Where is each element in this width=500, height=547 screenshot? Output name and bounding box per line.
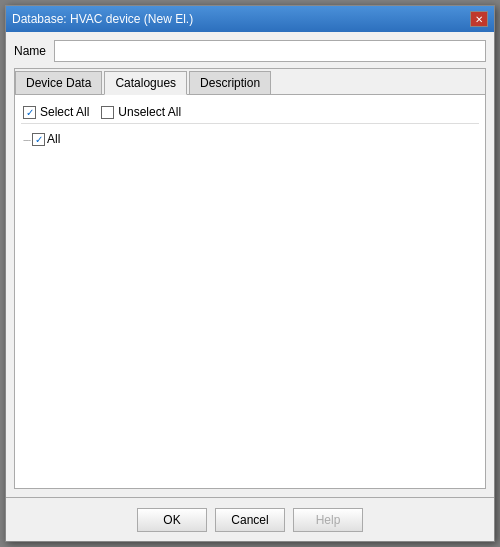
- select-controls: Select All Unselect All: [21, 101, 479, 124]
- ok-button[interactable]: OK: [137, 508, 207, 532]
- unselect-all-checkbox[interactable]: [101, 106, 114, 119]
- name-input[interactable]: [54, 40, 486, 62]
- select-all-checkbox[interactable]: [23, 106, 36, 119]
- tab-description[interactable]: Description: [189, 71, 271, 94]
- title-bar-controls: ✕: [470, 11, 488, 27]
- tree-item-all: --- All: [23, 130, 477, 148]
- tree-item-all-label: All: [47, 132, 60, 146]
- tab-content-catalogues: Select All Unselect All --- All: [15, 95, 485, 488]
- unselect-all-label: Unselect All: [118, 105, 181, 119]
- tree-area: --- All: [21, 128, 479, 482]
- name-label: Name: [14, 44, 46, 58]
- tree-item-all-checkbox[interactable]: [32, 133, 45, 146]
- close-button[interactable]: ✕: [470, 11, 488, 27]
- tree-indent: ---: [23, 134, 30, 145]
- select-all-label: Select All: [40, 105, 89, 119]
- tab-bar: Device Data Catalogues Description: [15, 69, 485, 95]
- tab-device-data[interactable]: Device Data: [15, 71, 102, 94]
- tabs-container: Device Data Catalogues Description Selec…: [14, 68, 486, 489]
- tab-catalogues[interactable]: Catalogues: [104, 71, 187, 95]
- cancel-button[interactable]: Cancel: [215, 508, 285, 532]
- unselect-all-control[interactable]: Unselect All: [101, 105, 181, 119]
- name-field-row: Name: [14, 40, 486, 62]
- select-all-control[interactable]: Select All: [23, 105, 89, 119]
- title-bar: Database: HVAC device (New El.) ✕: [6, 6, 494, 32]
- window-content: Name Device Data Catalogues Description …: [6, 32, 494, 497]
- help-button[interactable]: Help: [293, 508, 363, 532]
- footer: OK Cancel Help: [6, 497, 494, 541]
- main-window: Database: HVAC device (New El.) ✕ Name D…: [5, 5, 495, 542]
- title-bar-text: Database: HVAC device (New El.): [12, 12, 193, 26]
